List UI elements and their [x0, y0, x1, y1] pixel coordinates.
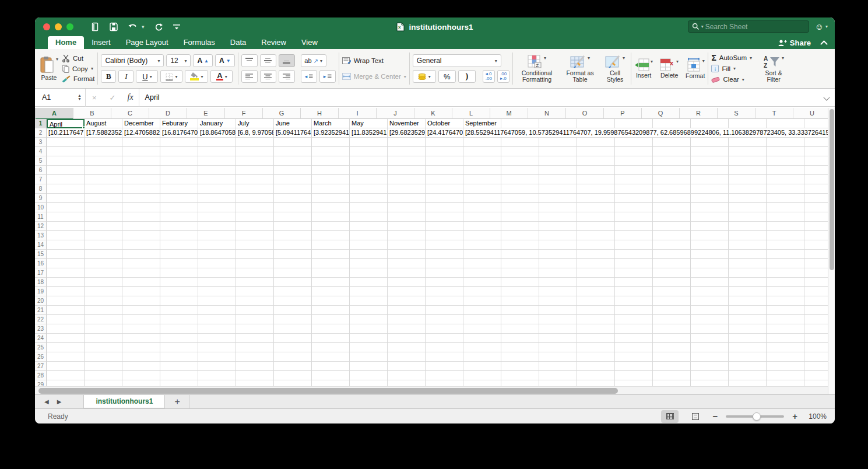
cell-K17[interactable]: [426, 268, 463, 278]
cell-D8[interactable]: [160, 184, 198, 194]
cell-I13[interactable]: [350, 231, 388, 240]
cell-O7[interactable]: [577, 175, 615, 184]
cell-G28[interactable]: [274, 371, 312, 380]
cell-B14[interactable]: [85, 240, 122, 250]
cell-L10[interactable]: [463, 203, 501, 212]
cell-F27[interactable]: [236, 362, 274, 371]
cell-I21[interactable]: [350, 306, 388, 315]
cell-D24[interactable]: [160, 334, 198, 343]
cell-K8[interactable]: [426, 184, 463, 194]
cell-K25[interactable]: [426, 343, 463, 352]
select-all-corner[interactable]: [35, 108, 36, 119]
cell-U17[interactable]: [804, 268, 828, 278]
cell-U5[interactable]: [804, 156, 828, 166]
cell-D10[interactable]: [160, 203, 198, 212]
cell-F22[interactable]: [236, 315, 274, 324]
cell-C29[interactable]: [122, 380, 160, 386]
column-header-U[interactable]: U: [793, 108, 828, 119]
cell-S14[interactable]: [729, 240, 767, 250]
cell-C19[interactable]: [122, 287, 160, 296]
cell-D5[interactable]: [160, 156, 198, 166]
cell-J5[interactable]: [388, 156, 426, 166]
column-header-H[interactable]: H: [301, 108, 339, 119]
cell-P28[interactable]: [615, 371, 653, 380]
cell-F5[interactable]: [236, 156, 274, 166]
cell-O24[interactable]: [577, 334, 615, 343]
cell-R8[interactable]: [691, 184, 729, 194]
cell-S23[interactable]: [729, 324, 767, 334]
cell-L12[interactable]: [463, 222, 501, 231]
cell-O1[interactable]: [577, 119, 615, 128]
cell-F3[interactable]: [236, 138, 274, 147]
cell-J9[interactable]: [388, 194, 426, 203]
cell-R12[interactable]: [691, 222, 729, 231]
cell-N11[interactable]: [539, 212, 577, 222]
cell-M19[interactable]: [501, 287, 539, 296]
cell-L21[interactable]: [463, 306, 501, 315]
cell-S13[interactable]: [729, 231, 767, 240]
cell-J23[interactable]: [388, 324, 426, 334]
cell-B28[interactable]: [85, 371, 122, 380]
row-header-16[interactable]: 16: [35, 259, 47, 268]
cell-O27[interactable]: [577, 362, 615, 371]
cell-C7[interactable]: [122, 175, 160, 184]
cell-D4[interactable]: [160, 147, 198, 156]
cell-K11[interactable]: [426, 212, 463, 222]
cell-J21[interactable]: [388, 306, 426, 315]
cell-G8[interactable]: [274, 184, 312, 194]
row-header-2[interactable]: 2: [35, 128, 47, 138]
cell-M29[interactable]: [501, 380, 539, 386]
cell-U8[interactable]: [804, 184, 828, 194]
row-header-19[interactable]: 19: [35, 287, 47, 296]
cell-T25[interactable]: [767, 343, 804, 352]
cell-I4[interactable]: [350, 147, 388, 156]
cell-H3[interactable]: [312, 138, 350, 147]
cell-E21[interactable]: [198, 306, 236, 315]
cell-P18[interactable]: [615, 278, 653, 287]
cell-L5[interactable]: [463, 156, 501, 166]
cell-G5[interactable]: [274, 156, 312, 166]
cell-E23[interactable]: [198, 324, 236, 334]
format-as-table-button[interactable]: ▾ Format as Table: [564, 55, 596, 83]
cell-E9[interactable]: [198, 194, 236, 203]
cell-U13[interactable]: [804, 231, 828, 240]
cell-F20[interactable]: [236, 296, 274, 306]
cell-B2[interactable]: [17.5882352: [85, 128, 122, 138]
cell-H15[interactable]: [312, 250, 350, 259]
cell-R22[interactable]: [691, 315, 729, 324]
cell-K15[interactable]: [426, 250, 463, 259]
cell-Q13[interactable]: [653, 231, 691, 240]
cell-I18[interactable]: [350, 278, 388, 287]
autosum-dropdown-icon[interactable]: ▾: [750, 55, 752, 61]
fill-handle[interactable]: [82, 126, 85, 129]
cell-U11[interactable]: [804, 212, 828, 222]
cell-C5[interactable]: [122, 156, 160, 166]
cell-C25[interactable]: [122, 343, 160, 352]
cell-E13[interactable]: [198, 231, 236, 240]
cell-L2[interactable]: [28.55294117647059, 10.573529411764707, …: [463, 128, 501, 138]
format-painter-button[interactable]: Format: [62, 74, 94, 84]
cell-R19[interactable]: [691, 287, 729, 296]
column-header-E[interactable]: E: [187, 108, 225, 119]
decrease-decimal-button[interactable]: .00 ▸.0: [497, 70, 509, 83]
cell-S27[interactable]: [729, 362, 767, 371]
cell-I27[interactable]: [350, 362, 388, 371]
cell-A8[interactable]: [47, 184, 85, 194]
row-header-14[interactable]: 14: [35, 240, 47, 250]
cell-I6[interactable]: [350, 166, 388, 175]
cell-D6[interactable]: [160, 166, 198, 175]
merge-center-dropdown-icon[interactable]: ▾: [404, 74, 406, 79]
row-header-29[interactable]: 29: [35, 380, 47, 386]
cell-H7[interactable]: [312, 175, 350, 184]
cell-A24[interactable]: [47, 334, 85, 343]
cell-Q19[interactable]: [653, 287, 691, 296]
cell-U28[interactable]: [804, 371, 828, 380]
cell-R23[interactable]: [691, 324, 729, 334]
cell-D14[interactable]: [160, 240, 198, 250]
cell-G20[interactable]: [274, 296, 312, 306]
cell-E17[interactable]: [198, 268, 236, 278]
vertical-scrollbar[interactable]: [828, 108, 835, 394]
cell-H8[interactable]: [312, 184, 350, 194]
cell-K24[interactable]: [426, 334, 463, 343]
cell-A23[interactable]: [47, 324, 85, 334]
